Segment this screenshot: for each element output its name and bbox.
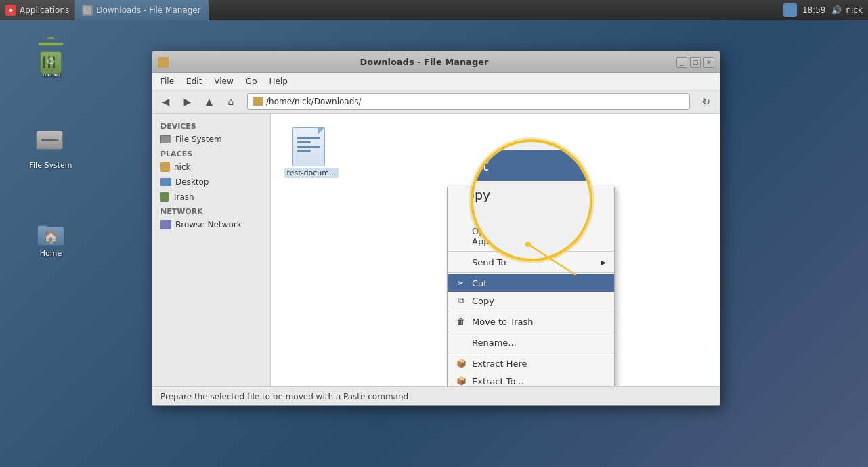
desktop-sidebar-label: Desktop bbox=[175, 177, 209, 187]
trash-handle bbox=[47, 37, 55, 39]
menu-file[interactable]: File bbox=[155, 75, 179, 87]
extract-to-icon: 📦 bbox=[456, 376, 466, 386]
forward-button[interactable]: ▶ bbox=[178, 92, 197, 111]
filesystem-label: File System bbox=[175, 135, 222, 144]
move-trash-icon: 🗑 bbox=[456, 316, 466, 327]
title-folder-icon bbox=[158, 57, 169, 68]
address-text[interactable]: /home/nick/Downloads/ bbox=[266, 97, 362, 106]
ctx-open-other[interactable]: Open With Other Application... bbox=[448, 223, 614, 250]
xarchiver-icon bbox=[456, 208, 466, 219]
home-icon-img: 🏠 bbox=[35, 213, 67, 246]
nick-icon bbox=[160, 162, 170, 172]
taskbar-time: 18:59 bbox=[802, 5, 826, 15]
maximize-button[interactable]: □ bbox=[690, 57, 701, 68]
file-area[interactable]: test-docum... Open With "LibreOffice... … bbox=[271, 114, 720, 386]
ctx-send-to-label: Send To bbox=[472, 257, 506, 267]
doc-line bbox=[297, 141, 311, 143]
ctx-separator-2 bbox=[448, 272, 614, 273]
ctx-separator-1 bbox=[448, 251, 614, 252]
ctx-extract-to[interactable]: 📦 Extract To... bbox=[448, 372, 614, 386]
status-text: Prepare the selected file to be moved wi… bbox=[160, 392, 408, 401]
apps-label: Applications bbox=[20, 5, 69, 15]
trash-sidebar-label: Trash bbox=[173, 192, 194, 202]
rename-icon bbox=[456, 337, 466, 348]
applications-menu[interactable]: ✦ Applications bbox=[0, 0, 75, 20]
filesys-label: File System bbox=[28, 160, 74, 171]
title-bar: Downloads - File Manager _ □ ✕ bbox=[152, 51, 720, 73]
trash-line bbox=[43, 56, 45, 68]
sidebar-item-nick[interactable]: nick bbox=[152, 160, 270, 175]
main-area: DEVICES File System PLACES nick Desktop … bbox=[152, 114, 720, 386]
ctx-move-trash-label: Move to Trash bbox=[472, 317, 534, 327]
drive-light bbox=[56, 139, 59, 141]
taskbar-folder-icon[interactable] bbox=[783, 3, 797, 17]
context-menu: Open With "LibreOffice... Open With "Xar… bbox=[447, 187, 615, 386]
desktop-filesys-icon[interactable]: File System bbox=[24, 125, 78, 171]
sidebar-item-network[interactable]: Browse Network bbox=[152, 217, 270, 232]
trash-lid bbox=[38, 42, 64, 46]
desktop-trash-icon[interactable]: ♻ Trash bbox=[24, 34, 78, 80]
menu-help[interactable]: Help bbox=[263, 75, 292, 87]
folder-body: 🏠 bbox=[37, 227, 64, 246]
ctx-open-other-label: Open With Other Application... bbox=[472, 226, 606, 246]
sidebar-item-trash[interactable]: Trash bbox=[152, 190, 270, 204]
sidebar-item-desktop[interactable]: Desktop bbox=[152, 175, 270, 190]
ctx-move-trash[interactable]: 🗑 Move to Trash bbox=[448, 313, 614, 330]
ctx-separator-5 bbox=[448, 353, 614, 353]
places-section: PLACES bbox=[152, 147, 270, 160]
back-button[interactable]: ◀ bbox=[156, 92, 175, 111]
copy-icon: ⧉ bbox=[456, 295, 466, 306]
drive-body bbox=[36, 131, 63, 150]
send-to-icon bbox=[456, 257, 466, 267]
address-folder-icon bbox=[253, 97, 263, 106]
window-title: Downloads - File Manager bbox=[172, 57, 676, 67]
menu-edit[interactable]: Edit bbox=[181, 75, 207, 87]
refresh-button[interactable]: ↻ bbox=[697, 92, 716, 111]
network-section: NETWORK bbox=[152, 204, 270, 217]
menu-view[interactable]: View bbox=[209, 75, 238, 87]
ctx-rename[interactable]: Rename... bbox=[448, 334, 614, 351]
ctx-send-to[interactable]: Send To ▶ bbox=[448, 253, 614, 271]
ctx-cut-label: Cut bbox=[472, 278, 487, 288]
sound-icon[interactable]: 🔊 bbox=[831, 5, 841, 15]
ctx-cut[interactable]: ✂ Cut bbox=[448, 274, 614, 292]
taskbar-user: nick bbox=[846, 5, 863, 15]
menu-bar: File Edit View Go Help bbox=[152, 73, 720, 89]
doc-icon bbox=[292, 127, 325, 166]
file-item[interactable]: test-docum... bbox=[284, 127, 339, 178]
desktop-sidebar-icon bbox=[160, 178, 171, 186]
sidebar-item-filesystem[interactable]: File System bbox=[152, 132, 270, 147]
address-bar: /home/nick/Downloads/ bbox=[247, 93, 690, 110]
doc-line bbox=[297, 146, 320, 148]
trash-body: ♻ bbox=[40, 51, 62, 74]
up-button[interactable]: ▲ bbox=[200, 92, 219, 111]
taskbar-right: 18:59 🔊 nick bbox=[778, 3, 868, 17]
ctx-copy[interactable]: ⧉ Copy bbox=[448, 292, 614, 309]
ctx-open-xarchiver[interactable]: Open With "Xarchiver" bbox=[448, 205, 614, 223]
file-name-label: test-docum... bbox=[284, 168, 338, 178]
ctx-separator-3 bbox=[448, 311, 614, 311]
drive-slot bbox=[41, 139, 58, 141]
doc-line bbox=[297, 150, 311, 152]
file-icon-img bbox=[292, 127, 330, 165]
minimize-button[interactable]: _ bbox=[676, 57, 687, 68]
close-button[interactable]: ✕ bbox=[703, 57, 714, 68]
taskbar-window-button[interactable]: Downloads - File Manager bbox=[75, 0, 208, 20]
ctx-separator-4 bbox=[448, 332, 614, 332]
window-controls: _ □ ✕ bbox=[676, 57, 714, 68]
ctx-open-libreoffice[interactable]: Open With "LibreOffice... bbox=[448, 187, 614, 205]
menu-go[interactable]: Go bbox=[240, 75, 263, 87]
send-to-arrow: ▶ bbox=[601, 259, 606, 266]
magnify-cut-label: Cut bbox=[471, 157, 488, 174]
toolbar: ◀ ▶ ▲ ⌂ /home/nick/Downloads/ ↻ bbox=[152, 89, 720, 114]
desktop-home-icon[interactable]: 🏠 Home bbox=[24, 213, 78, 259]
sidebar: DEVICES File System PLACES nick Desktop … bbox=[152, 114, 271, 386]
ctx-open-xarchiver-label: Open With "Xarchiver" bbox=[472, 209, 571, 219]
ctx-extract-here[interactable]: 📦 Extract Here bbox=[448, 355, 614, 372]
libreoffice-icon bbox=[456, 191, 466, 202]
taskbar: ✦ Applications Downloads - File Manager … bbox=[0, 0, 868, 20]
trash-sidebar-icon bbox=[160, 192, 169, 202]
file-manager-window: Downloads - File Manager _ □ ✕ File Edit… bbox=[152, 51, 720, 406]
status-bar: Prepare the selected file to be moved wi… bbox=[152, 386, 720, 405]
home-button[interactable]: ⌂ bbox=[221, 92, 240, 111]
